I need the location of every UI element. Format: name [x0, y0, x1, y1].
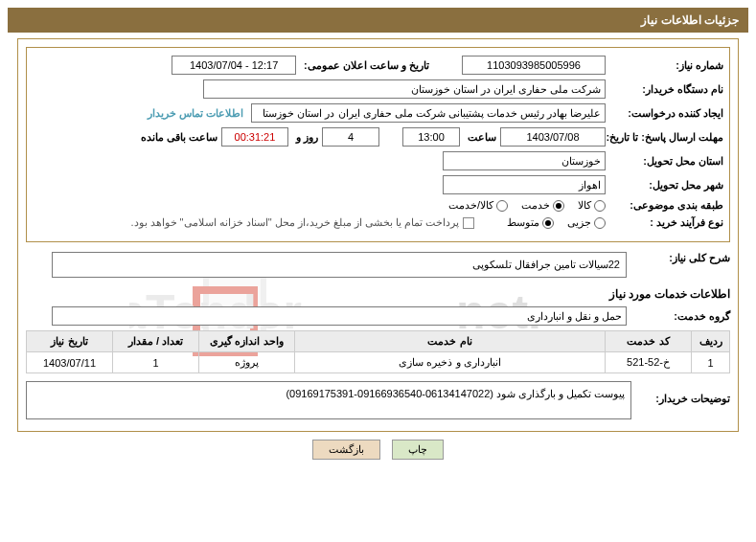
cell-unit: پروژه: [199, 352, 295, 373]
th-qty: تعداد / مقدار: [113, 331, 199, 352]
buyer-notes-label: توضیحات خریدار:: [635, 381, 730, 405]
days-suffix: روز و: [296, 131, 318, 144]
city-label: شهر محل تحویل:: [613, 179, 723, 192]
radio-service[interactable]: خدمت: [521, 199, 564, 212]
service-group-field: حمل و نقل و انبارداری: [52, 306, 627, 326]
announce-label: تاریخ و ساعت اعلان عمومی:: [304, 59, 429, 72]
cell-name: انبارداری و ذخیره سازی: [295, 352, 606, 373]
general-desc-label: شرح کلی نیاز:: [634, 252, 730, 264]
services-section-title: اطلاعات خدمات مورد نیاز: [26, 287, 730, 301]
buyer-contact-link[interactable]: اطلاعات تماس خریدار: [148, 107, 243, 120]
th-row: ردیف: [692, 331, 730, 352]
deadline-time-field: 13:00: [402, 127, 460, 147]
radio-medium[interactable]: متوسط: [507, 216, 554, 229]
table-row: 1 خ-52-521 انبارداری و ذخیره سازی پروژه …: [27, 352, 730, 373]
page-title-bar: جزئیات اطلاعات نیاز: [8, 8, 748, 33]
province-label: استان محل تحویل:: [613, 155, 723, 168]
time-label: ساعت: [468, 131, 496, 144]
deadline-date-field: 1403/07/08: [500, 127, 606, 147]
requester-label: ایجاد کننده درخواست:: [613, 107, 723, 120]
print-button[interactable]: چاپ: [392, 440, 444, 460]
requester-field: علیرضا بهادر رئیس خدمات پشتیبانی شرکت مل…: [251, 103, 606, 123]
buyer-org-label: نام دستگاه خریدار:: [613, 83, 723, 96]
th-need-date: تاریخ نیاز: [27, 331, 113, 352]
radio-small[interactable]: جزیی: [567, 216, 606, 229]
cell-need-date: 1403/07/11: [27, 352, 113, 373]
cell-row: 1: [692, 352, 730, 373]
general-desc-field: 22سیالات تامین جرافقال تلسکوپی: [52, 252, 627, 278]
details-section: شماره نیاز: 1103093985005996 تاریخ و ساع…: [26, 47, 730, 242]
page-title: جزئیات اطلاعات نیاز: [641, 13, 739, 27]
buyer-notes-field: پیوست تکمیل و بارگذاری شود (06134147022-…: [26, 381, 631, 419]
th-unit: واحد اندازه گیری: [199, 331, 295, 352]
need-no-field: 1103093985005996: [462, 56, 606, 75]
announce-field: 1403/07/04 - 12:17: [172, 56, 296, 75]
radio-goods-service[interactable]: کالا/خدمت: [448, 199, 508, 212]
cell-qty: 1: [113, 352, 199, 373]
deadline-label: مهلت ارسال پاسخ: تا تاریخ:: [613, 131, 723, 144]
days-field: 4: [322, 127, 379, 147]
radio-goods[interactable]: کالا: [578, 199, 606, 212]
th-name: نام خدمت: [295, 331, 606, 352]
main-frame: شماره نیاز: 1103093985005996 تاریخ و ساع…: [17, 38, 739, 432]
buy-type-label: نوع فرآیند خرید :: [613, 216, 723, 229]
back-button[interactable]: بازگشت: [312, 440, 380, 460]
subject-class-label: طبقه بندی موضوعی:: [613, 199, 723, 212]
service-group-label: گروه خدمت:: [634, 310, 730, 323]
need-no-label: شماره نیاز:: [613, 59, 723, 72]
th-code: کد خدمت: [606, 331, 692, 352]
services-table: ردیف کد خدمت نام خدمت واحد اندازه گیری ت…: [26, 330, 730, 373]
treasury-note: پرداخت تمام یا بخشی از مبلغ خرید،از محل …: [130, 216, 459, 229]
button-bar: چاپ بازگشت: [0, 440, 756, 460]
remaining-suffix: ساعت باقی مانده: [141, 131, 218, 144]
treasury-checkbox[interactable]: پرداخت تمام یا بخشی از مبلغ خرید،از محل …: [130, 216, 474, 229]
province-field: خوزستان: [443, 151, 606, 170]
city-field: اهواز: [443, 175, 606, 194]
cell-code: خ-52-521: [606, 352, 692, 373]
buyer-org-field: شرکت ملی حفاری ایران در استان خوزستان: [203, 79, 606, 99]
checkbox-icon: [463, 217, 474, 229]
countdown-field: 00:31:21: [221, 127, 288, 147]
